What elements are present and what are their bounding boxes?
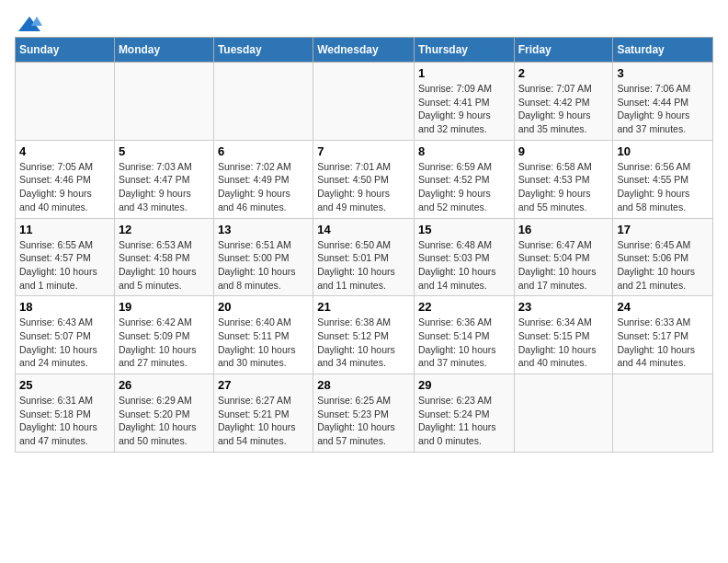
header-wednesday: Wednesday xyxy=(313,38,415,63)
day-info: Sunrise: 7:01 AM Sunset: 4:50 PM Dayligh… xyxy=(317,160,410,214)
day-cell: 13Sunrise: 6:51 AM Sunset: 5:00 PM Dayli… xyxy=(213,218,313,296)
day-number: 18 xyxy=(19,300,110,314)
day-cell: 6Sunrise: 7:02 AM Sunset: 4:49 PM Daylig… xyxy=(213,140,313,218)
day-info: Sunrise: 6:33 AM Sunset: 5:17 PM Dayligh… xyxy=(617,316,709,370)
day-number: 29 xyxy=(418,378,510,392)
day-number: 17 xyxy=(617,223,709,236)
day-number: 24 xyxy=(617,300,709,314)
day-number: 25 xyxy=(19,378,110,392)
day-cell: 12Sunrise: 6:53 AM Sunset: 4:58 PM Dayli… xyxy=(114,218,213,296)
day-cell: 10Sunrise: 6:56 AM Sunset: 4:55 PM Dayli… xyxy=(613,140,713,218)
day-cell: 16Sunrise: 6:47 AM Sunset: 5:04 PM Dayli… xyxy=(514,218,613,296)
header-saturday: Saturday xyxy=(613,38,713,63)
page-header xyxy=(15,15,713,28)
header-thursday: Thursday xyxy=(414,38,514,63)
day-cell: 27Sunrise: 6:27 AM Sunset: 5:21 PM Dayli… xyxy=(213,374,313,453)
calendar-table: SundayMondayTuesdayWednesdayThursdayFrid… xyxy=(15,37,713,453)
day-info: Sunrise: 6:45 AM Sunset: 5:06 PM Dayligh… xyxy=(617,238,709,293)
day-cell: 24Sunrise: 6:33 AM Sunset: 5:17 PM Dayli… xyxy=(613,296,713,374)
day-info: Sunrise: 6:29 AM Sunset: 5:20 PM Dayligh… xyxy=(119,394,210,448)
day-cell: 23Sunrise: 6:34 AM Sunset: 5:15 PM Dayli… xyxy=(514,296,613,374)
day-info: Sunrise: 6:50 AM Sunset: 5:01 PM Dayligh… xyxy=(317,238,410,293)
day-info: Sunrise: 6:40 AM Sunset: 5:11 PM Dayligh… xyxy=(218,316,309,370)
day-info: Sunrise: 7:03 AM Sunset: 4:47 PM Dayligh… xyxy=(119,160,210,214)
day-cell: 11Sunrise: 6:55 AM Sunset: 4:57 PM Dayli… xyxy=(16,218,115,296)
week-row-5: 25Sunrise: 6:31 AM Sunset: 5:18 PM Dayli… xyxy=(16,374,713,453)
header-row: SundayMondayTuesdayWednesdayThursdayFrid… xyxy=(16,38,713,63)
day-number: 11 xyxy=(19,223,110,236)
day-info: Sunrise: 6:42 AM Sunset: 5:09 PM Dayligh… xyxy=(119,316,210,370)
day-cell: 21Sunrise: 6:38 AM Sunset: 5:12 PM Dayli… xyxy=(313,296,415,374)
day-number: 22 xyxy=(418,300,510,314)
day-cell: 8Sunrise: 6:59 AM Sunset: 4:52 PM Daylig… xyxy=(414,140,514,218)
header-sunday: Sunday xyxy=(16,38,115,63)
day-cell: 20Sunrise: 6:40 AM Sunset: 5:11 PM Dayli… xyxy=(213,296,313,374)
day-cell: 17Sunrise: 6:45 AM Sunset: 5:06 PM Dayli… xyxy=(613,218,713,296)
header-friday: Friday xyxy=(514,38,613,63)
day-cell: 5Sunrise: 7:03 AM Sunset: 4:47 PM Daylig… xyxy=(114,140,213,218)
day-info: Sunrise: 6:31 AM Sunset: 5:18 PM Dayligh… xyxy=(19,394,110,448)
day-info: Sunrise: 6:34 AM Sunset: 5:15 PM Dayligh… xyxy=(518,316,609,370)
header-monday: Monday xyxy=(114,38,213,63)
day-info: Sunrise: 6:27 AM Sunset: 5:21 PM Dayligh… xyxy=(218,394,309,448)
day-info: Sunrise: 6:55 AM Sunset: 4:57 PM Dayligh… xyxy=(19,238,110,293)
day-number: 23 xyxy=(518,300,609,314)
day-cell xyxy=(114,63,213,141)
day-number: 9 xyxy=(518,144,609,158)
logo xyxy=(15,15,42,28)
day-info: Sunrise: 6:23 AM Sunset: 5:24 PM Dayligh… xyxy=(418,394,510,448)
day-info: Sunrise: 6:59 AM Sunset: 4:52 PM Dayligh… xyxy=(418,160,510,214)
day-cell: 3Sunrise: 7:06 AM Sunset: 4:44 PM Daylig… xyxy=(613,63,713,141)
day-cell: 29Sunrise: 6:23 AM Sunset: 5:24 PM Dayli… xyxy=(414,374,514,453)
day-info: Sunrise: 6:53 AM Sunset: 4:58 PM Dayligh… xyxy=(119,238,210,293)
day-info: Sunrise: 7:05 AM Sunset: 4:46 PM Dayligh… xyxy=(19,160,110,214)
day-cell: 4Sunrise: 7:05 AM Sunset: 4:46 PM Daylig… xyxy=(16,140,115,218)
day-cell xyxy=(613,374,713,453)
day-number: 7 xyxy=(317,144,410,158)
day-info: Sunrise: 7:07 AM Sunset: 4:42 PM Dayligh… xyxy=(518,82,609,136)
day-cell: 2Sunrise: 7:07 AM Sunset: 4:42 PM Daylig… xyxy=(514,63,613,141)
day-cell xyxy=(313,63,415,141)
day-number: 5 xyxy=(119,144,210,158)
header-tuesday: Tuesday xyxy=(213,38,313,63)
day-cell: 9Sunrise: 6:58 AM Sunset: 4:53 PM Daylig… xyxy=(514,140,613,218)
day-cell: 14Sunrise: 6:50 AM Sunset: 5:01 PM Dayli… xyxy=(313,218,415,296)
week-row-3: 11Sunrise: 6:55 AM Sunset: 4:57 PM Dayli… xyxy=(16,218,713,296)
day-number: 13 xyxy=(218,223,309,236)
day-cell: 19Sunrise: 6:42 AM Sunset: 5:09 PM Dayli… xyxy=(114,296,213,374)
day-info: Sunrise: 7:02 AM Sunset: 4:49 PM Dayligh… xyxy=(218,160,309,214)
day-info: Sunrise: 6:43 AM Sunset: 5:07 PM Dayligh… xyxy=(19,316,110,370)
day-cell xyxy=(16,63,115,141)
day-number: 16 xyxy=(518,223,609,236)
day-cell: 28Sunrise: 6:25 AM Sunset: 5:23 PM Dayli… xyxy=(313,374,415,453)
day-number: 27 xyxy=(218,378,309,392)
svg-marker-1 xyxy=(31,17,42,26)
day-number: 10 xyxy=(617,144,709,158)
day-number: 14 xyxy=(317,223,410,236)
day-number: 1 xyxy=(418,66,510,80)
day-number: 2 xyxy=(518,66,609,80)
week-row-2: 4Sunrise: 7:05 AM Sunset: 4:46 PM Daylig… xyxy=(16,140,713,218)
day-number: 26 xyxy=(119,378,210,392)
day-number: 3 xyxy=(617,66,709,80)
day-info: Sunrise: 6:48 AM Sunset: 5:03 PM Dayligh… xyxy=(418,238,510,293)
day-number: 28 xyxy=(317,378,410,392)
day-info: Sunrise: 7:06 AM Sunset: 4:44 PM Dayligh… xyxy=(617,82,709,136)
logo-icon xyxy=(17,15,42,33)
day-cell: 22Sunrise: 6:36 AM Sunset: 5:14 PM Dayli… xyxy=(414,296,514,374)
day-number: 15 xyxy=(418,223,510,236)
day-number: 19 xyxy=(119,300,210,314)
day-info: Sunrise: 6:47 AM Sunset: 5:04 PM Dayligh… xyxy=(518,238,609,293)
day-cell: 7Sunrise: 7:01 AM Sunset: 4:50 PM Daylig… xyxy=(313,140,415,218)
day-cell: 15Sunrise: 6:48 AM Sunset: 5:03 PM Dayli… xyxy=(414,218,514,296)
day-info: Sunrise: 6:56 AM Sunset: 4:55 PM Dayligh… xyxy=(617,160,709,214)
day-info: Sunrise: 6:36 AM Sunset: 5:14 PM Dayligh… xyxy=(418,316,510,370)
day-cell: 25Sunrise: 6:31 AM Sunset: 5:18 PM Dayli… xyxy=(16,374,115,453)
day-number: 8 xyxy=(418,144,510,158)
week-row-4: 18Sunrise: 6:43 AM Sunset: 5:07 PM Dayli… xyxy=(16,296,713,374)
day-cell: 18Sunrise: 6:43 AM Sunset: 5:07 PM Dayli… xyxy=(16,296,115,374)
day-cell: 1Sunrise: 7:09 AM Sunset: 4:41 PM Daylig… xyxy=(414,63,514,141)
day-info: Sunrise: 6:58 AM Sunset: 4:53 PM Dayligh… xyxy=(518,160,609,214)
week-row-1: 1Sunrise: 7:09 AM Sunset: 4:41 PM Daylig… xyxy=(16,63,713,141)
day-info: Sunrise: 6:25 AM Sunset: 5:23 PM Dayligh… xyxy=(317,394,410,448)
